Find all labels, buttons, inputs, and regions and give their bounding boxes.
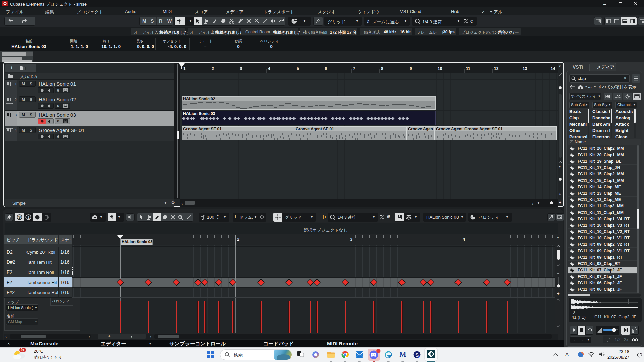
svg-text:z: z <box>641 352 642 355</box>
svg-text:M: M <box>400 351 406 358</box>
svg-text:S: S <box>18 215 21 219</box>
svg-text:1: 1 <box>27 215 29 219</box>
